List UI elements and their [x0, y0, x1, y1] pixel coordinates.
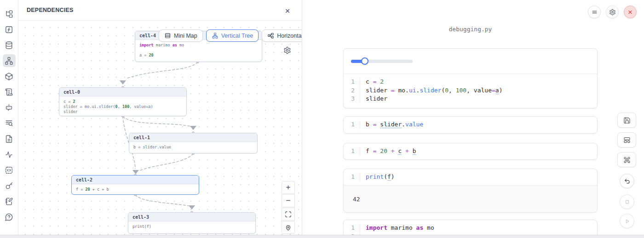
horizontal-tree-label: Horizontal Tree: [277, 33, 302, 39]
graph-node-code: print(f): [128, 221, 255, 232]
slider-thumb[interactable]: [361, 57, 368, 65]
code-block-icon: [5, 166, 13, 175]
undo-icon: [624, 178, 631, 185]
code-editor[interactable]: 1b = slider.value: [344, 117, 597, 133]
graph-view-toolbar: Mini Map Vertical Tree Horizontal Tree: [159, 29, 302, 42]
sidebar-item-packages[interactable]: [3, 70, 16, 83]
edge-cell0-cell1: [123, 116, 190, 126]
gear-icon: [283, 46, 291, 54]
interrupt-button[interactable]: [620, 194, 634, 209]
slider-track[interactable]: [351, 60, 413, 63]
graph-node-code: f = 20 + c + b: [72, 184, 199, 195]
map-pin-icon: [285, 224, 292, 231]
notebook-cell-with-output: 1print(f) 42: [343, 169, 598, 213]
sidebar-item-datasources[interactable]: [3, 39, 16, 51]
sidebar-item-tracing[interactable]: [3, 148, 16, 161]
graph-node-cell-3[interactable]: cell-3 print(f): [128, 212, 256, 234]
package-icon: [5, 72, 13, 81]
fit-view-button[interactable]: [282, 208, 295, 221]
code-line[interactable]: 1f = 20 + c + b: [344, 147, 597, 156]
graph-node-cell-0[interactable]: cell-0 c = 2slider = mo.ui.slider(0, 100…: [59, 87, 187, 116]
app-layout-button[interactable]: [617, 132, 636, 147]
graph-node-code: b = slider.value: [129, 142, 257, 153]
graph-node-title: cell-1: [129, 133, 257, 142]
graph-node-cell-1[interactable]: cell-1 b = slider.value: [129, 133, 258, 153]
graph-node-cell-2[interactable]: cell-2 f = 20 + c + b: [71, 175, 199, 195]
shutdown-button[interactable]: ×: [624, 6, 637, 18]
edge-cell4-cell0: [126, 62, 198, 79]
notebook-filename: debugging.py: [343, 26, 598, 33]
run-button[interactable]: [620, 214, 634, 228]
sidebar-item-help[interactable]: [3, 210, 16, 223]
dependency-graph-icon: [5, 57, 13, 65]
edge-cell1-cell2: [139, 153, 193, 171]
horizontal-tree-button[interactable]: Horizontal Tree: [262, 29, 302, 42]
status-footer: [0, 235, 644, 238]
sidebar-item-variables[interactable]: [3, 117, 16, 130]
command-palette-button[interactable]: [617, 152, 636, 167]
sidebar-item-snippets[interactable]: [3, 164, 16, 176]
zoom-in-button[interactable]: +: [282, 181, 295, 194]
sidebar-item-dependencies[interactable]: [3, 54, 16, 67]
arrowhead: [189, 205, 195, 210]
save-button[interactable]: [617, 113, 636, 128]
code-line[interactable]: 2slider = mo.ui.slider(0, 100, value=a): [344, 86, 597, 95]
activity-icon: [5, 150, 13, 159]
code-line[interactable]: 1import marimo as mo: [344, 224, 597, 232]
layout-icon: [623, 136, 631, 144]
sidebar-item-function[interactable]: [3, 23, 16, 36]
graph-node-title: cell-3: [128, 213, 255, 221]
edge-cell2-cell3: [135, 195, 189, 206]
zoom-out-button[interactable]: −: [282, 194, 295, 207]
command-icon: [623, 156, 631, 164]
vertical-tree-button[interactable]: Vertical Tree: [206, 29, 259, 42]
code-line[interactable]: 1print(f): [344, 173, 597, 181]
code-line[interactable]: 1c = 2: [344, 78, 597, 86]
sidebar-item-file-tree[interactable]: [3, 7, 16, 20]
sidebar-item-secrets[interactable]: [3, 179, 16, 192]
code-line[interactable]: 3slider: [344, 95, 597, 103]
function-icon: [5, 25, 13, 34]
vertical-tree-icon: [212, 32, 218, 39]
notebook-menu-button[interactable]: [588, 6, 601, 18]
graph-settings-button[interactable]: [283, 46, 293, 56]
locate-node-button[interactable]: [282, 221, 295, 234]
fit-view-icon: [285, 211, 292, 218]
key-icon: [5, 181, 13, 190]
scroll-icon: [5, 88, 13, 96]
close-panel-button[interactable]: ×: [282, 6, 293, 16]
database-icon: [5, 41, 13, 50]
help-bubble-icon: [5, 213, 13, 221]
horizontal-tree-icon: [267, 32, 274, 39]
variable-search-icon: [5, 119, 13, 128]
code-editor[interactable]: 1c = 22slider = mo.ui.slider(0, 100, val…: [344, 74, 597, 107]
sidebar-item-scratchpad[interactable]: [3, 195, 16, 208]
code-line[interactable]: 1b = slider.value: [344, 120, 597, 129]
notebook-cell-slider: 1c = 22slider = mo.ui.slider(0, 100, val…: [343, 48, 598, 108]
vertical-tree-label: Vertical Tree: [221, 33, 253, 39]
sidebar-item-chat[interactable]: [3, 101, 16, 114]
sidebar-item-logs[interactable]: [3, 85, 16, 98]
marimo-app: DEPENDENCIES ×: [0, 0, 644, 238]
graph-node-title: cell-0: [59, 88, 186, 96]
mini-map-icon: [164, 32, 171, 39]
sidebar-item-documentation[interactable]: [3, 132, 16, 145]
undo-button[interactable]: [620, 174, 634, 188]
gear-icon: [609, 9, 616, 16]
mini-map-button[interactable]: Mini Map: [159, 29, 203, 42]
dependencies-panel-header: DEPENDENCIES ×: [18, 0, 302, 21]
play-icon: [624, 218, 631, 225]
document-icon: [5, 135, 13, 143]
stop-icon: [624, 198, 631, 205]
left-sidebar: [0, 0, 18, 238]
close-icon: ×: [628, 8, 632, 16]
notebook-cell: 1f = 20 + c + b: [343, 143, 598, 160]
code-editor[interactable]: 1f = 20 + c + b: [344, 143, 597, 159]
dependency-graph-canvas[interactable]: cell-4 import marimo as mo a = 20 cell-0…: [18, 21, 302, 235]
arrowhead: [132, 170, 139, 174]
arrowhead: [190, 126, 196, 130]
notebook-settings-button[interactable]: [606, 6, 619, 18]
graph-node-code: import marimo as mo a = 20: [135, 40, 262, 61]
code-editor[interactable]: 1print(f): [344, 169, 597, 185]
file-tree-icon: [5, 10, 13, 18]
